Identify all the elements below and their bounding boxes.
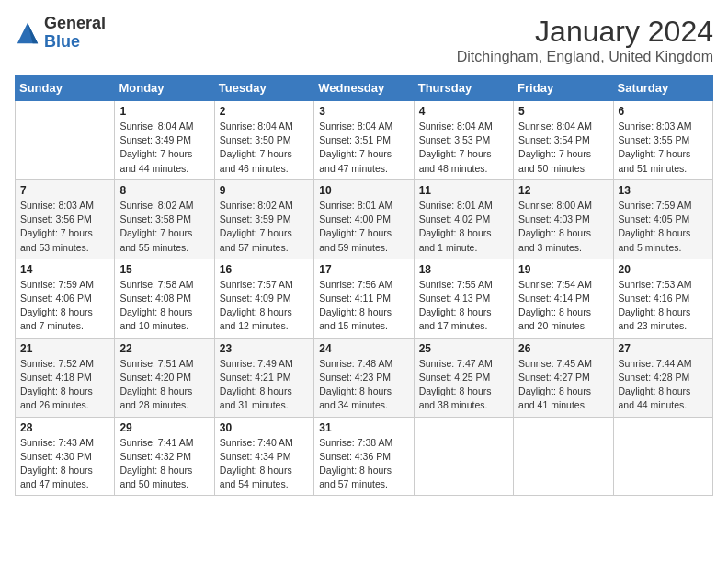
- calendar-cell: 9Sunrise: 8:02 AMSunset: 3:59 PMDaylight…: [214, 179, 313, 259]
- day-info: Sunrise: 8:01 AMSunset: 4:00 PMDaylight:…: [319, 199, 408, 255]
- calendar-cell: 3Sunrise: 8:04 AMSunset: 3:51 PMDaylight…: [314, 101, 414, 180]
- calendar-cell: 21Sunrise: 7:52 AMSunset: 4:18 PMDayligh…: [16, 338, 115, 417]
- day-info: Sunrise: 7:56 AMSunset: 4:11 PMDaylight:…: [319, 278, 408, 334]
- calendar-cell: 31Sunrise: 7:38 AMSunset: 4:36 PMDayligh…: [314, 417, 414, 496]
- day-number: 26: [518, 342, 608, 355]
- calendar-cell: 27Sunrise: 7:44 AMSunset: 4:28 PMDayligh…: [613, 338, 712, 417]
- calendar-header-thursday: Thursday: [414, 75, 513, 101]
- day-number: 19: [518, 263, 608, 276]
- day-info: Sunrise: 7:40 AMSunset: 4:34 PMDaylight:…: [220, 436, 309, 492]
- day-number: 23: [220, 342, 309, 355]
- day-number: 16: [220, 263, 309, 276]
- calendar-cell: 17Sunrise: 7:56 AMSunset: 4:11 PMDayligh…: [314, 259, 414, 338]
- day-info: Sunrise: 8:02 AMSunset: 3:58 PMDaylight:…: [119, 199, 209, 255]
- day-info: Sunrise: 7:44 AMSunset: 4:28 PMDaylight:…: [619, 357, 708, 413]
- day-info: Sunrise: 8:04 AMSunset: 3:49 PMDaylight:…: [119, 120, 209, 176]
- calendar-cell: 28Sunrise: 7:43 AMSunset: 4:30 PMDayligh…: [16, 417, 115, 496]
- calendar-cell: 22Sunrise: 7:51 AMSunset: 4:20 PMDayligh…: [115, 338, 214, 417]
- calendar-cell: 1Sunrise: 8:04 AMSunset: 3:49 PMDaylight…: [115, 101, 214, 180]
- day-info: Sunrise: 7:48 AMSunset: 4:23 PMDaylight:…: [319, 357, 408, 413]
- calendar-cell: 25Sunrise: 7:47 AMSunset: 4:25 PMDayligh…: [414, 338, 513, 417]
- location-title: Ditchingham, England, United Kingdom: [457, 49, 713, 65]
- day-number: 29: [119, 421, 209, 434]
- day-info: Sunrise: 8:03 AMSunset: 3:56 PMDaylight:…: [20, 199, 109, 255]
- day-number: 13: [619, 184, 708, 197]
- day-number: 17: [319, 263, 408, 276]
- calendar-cell: 23Sunrise: 7:49 AMSunset: 4:21 PMDayligh…: [214, 338, 313, 417]
- calendar-header-saturday: Saturday: [613, 75, 712, 101]
- day-number: 7: [20, 184, 109, 197]
- calendar-cell: 15Sunrise: 7:58 AMSunset: 4:08 PMDayligh…: [115, 259, 214, 338]
- day-info: Sunrise: 7:54 AMSunset: 4:14 PMDaylight:…: [518, 278, 608, 334]
- logo-text: General Blue: [44, 15, 106, 52]
- day-info: Sunrise: 7:41 AMSunset: 4:32 PMDaylight:…: [119, 436, 209, 492]
- logo-icon: [15, 20, 40, 46]
- day-info: Sunrise: 8:04 AMSunset: 3:50 PMDaylight:…: [220, 120, 309, 176]
- day-number: 9: [220, 184, 309, 197]
- calendar-cell: 30Sunrise: 7:40 AMSunset: 4:34 PMDayligh…: [214, 417, 313, 496]
- day-info: Sunrise: 7:43 AMSunset: 4:30 PMDaylight:…: [20, 436, 109, 492]
- day-number: 18: [419, 263, 508, 276]
- calendar-cell: 29Sunrise: 7:41 AMSunset: 4:32 PMDayligh…: [115, 417, 214, 496]
- day-number: 5: [518, 105, 608, 118]
- day-number: 8: [119, 184, 209, 197]
- calendar-cell: 12Sunrise: 8:00 AMSunset: 4:03 PMDayligh…: [514, 179, 613, 259]
- day-number: 22: [119, 342, 209, 355]
- day-number: 24: [319, 342, 408, 355]
- day-number: 11: [419, 184, 508, 197]
- month-title: January 2024: [457, 15, 713, 49]
- day-number: 30: [220, 421, 309, 434]
- day-info: Sunrise: 7:59 AMSunset: 4:05 PMDaylight:…: [619, 199, 708, 255]
- day-info: Sunrise: 8:02 AMSunset: 3:59 PMDaylight:…: [220, 199, 309, 255]
- calendar-header-monday: Monday: [115, 75, 214, 101]
- calendar-cell: 11Sunrise: 8:01 AMSunset: 4:02 PMDayligh…: [414, 179, 513, 259]
- calendar-week-row: 28Sunrise: 7:43 AMSunset: 4:30 PMDayligh…: [16, 417, 713, 496]
- calendar-cell: 24Sunrise: 7:48 AMSunset: 4:23 PMDayligh…: [314, 338, 414, 417]
- day-number: 20: [619, 263, 708, 276]
- day-number: 1: [119, 105, 209, 118]
- calendar-week-row: 7Sunrise: 8:03 AMSunset: 3:56 PMDaylight…: [16, 179, 713, 259]
- calendar-cell: 8Sunrise: 8:02 AMSunset: 3:58 PMDaylight…: [115, 179, 214, 259]
- calendar-cell: 18Sunrise: 7:55 AMSunset: 4:13 PMDayligh…: [414, 259, 513, 338]
- logo: General Blue: [15, 15, 106, 52]
- day-info: Sunrise: 7:58 AMSunset: 4:08 PMDaylight:…: [119, 278, 209, 334]
- calendar-header-tuesday: Tuesday: [214, 75, 313, 101]
- day-number: 31: [319, 421, 408, 434]
- calendar-cell: [613, 417, 712, 496]
- day-info: Sunrise: 8:03 AMSunset: 3:55 PMDaylight:…: [619, 120, 708, 176]
- day-number: 4: [419, 105, 508, 118]
- day-info: Sunrise: 7:53 AMSunset: 4:16 PMDaylight:…: [619, 278, 708, 334]
- logo-general: General: [44, 15, 106, 33]
- day-info: Sunrise: 8:04 AMSunset: 3:53 PMDaylight:…: [419, 120, 508, 176]
- day-info: Sunrise: 8:04 AMSunset: 3:51 PMDaylight:…: [319, 120, 408, 176]
- day-info: Sunrise: 7:45 AMSunset: 4:27 PMDaylight:…: [518, 357, 608, 413]
- day-number: 12: [518, 184, 608, 197]
- calendar-week-row: 14Sunrise: 7:59 AMSunset: 4:06 PMDayligh…: [16, 259, 713, 338]
- calendar-cell: 5Sunrise: 8:04 AMSunset: 3:54 PMDaylight…: [514, 101, 613, 180]
- calendar-cell: 6Sunrise: 8:03 AMSunset: 3:55 PMDaylight…: [613, 101, 712, 180]
- day-info: Sunrise: 8:01 AMSunset: 4:02 PMDaylight:…: [419, 199, 508, 255]
- calendar-header-wednesday: Wednesday: [314, 75, 414, 101]
- day-info: Sunrise: 7:55 AMSunset: 4:13 PMDaylight:…: [419, 278, 508, 334]
- day-info: Sunrise: 7:51 AMSunset: 4:20 PMDaylight:…: [119, 357, 209, 413]
- day-number: 6: [619, 105, 708, 118]
- calendar-cell: 16Sunrise: 7:57 AMSunset: 4:09 PMDayligh…: [214, 259, 313, 338]
- day-number: 2: [220, 105, 309, 118]
- day-number: 10: [319, 184, 408, 197]
- calendar-cell: 2Sunrise: 8:04 AMSunset: 3:50 PMDaylight…: [214, 101, 313, 180]
- day-info: Sunrise: 7:47 AMSunset: 4:25 PMDaylight:…: [419, 357, 508, 413]
- page-header: General Blue January 2024 Ditchingham, E…: [15, 15, 713, 65]
- calendar-cell: [514, 417, 613, 496]
- title-area: January 2024 Ditchingham, England, Unite…: [457, 15, 713, 65]
- calendar-table: SundayMondayTuesdayWednesdayThursdayFrid…: [15, 75, 713, 496]
- day-info: Sunrise: 7:49 AMSunset: 4:21 PMDaylight:…: [220, 357, 309, 413]
- day-number: 25: [419, 342, 508, 355]
- calendar-week-row: 21Sunrise: 7:52 AMSunset: 4:18 PMDayligh…: [16, 338, 713, 417]
- day-number: 3: [319, 105, 408, 118]
- day-number: 14: [20, 263, 109, 276]
- calendar-cell: 13Sunrise: 7:59 AMSunset: 4:05 PMDayligh…: [613, 179, 712, 259]
- day-number: 15: [119, 263, 209, 276]
- calendar-cell: 20Sunrise: 7:53 AMSunset: 4:16 PMDayligh…: [613, 259, 712, 338]
- day-info: Sunrise: 7:59 AMSunset: 4:06 PMDaylight:…: [20, 278, 109, 334]
- calendar-header-sunday: Sunday: [16, 75, 115, 101]
